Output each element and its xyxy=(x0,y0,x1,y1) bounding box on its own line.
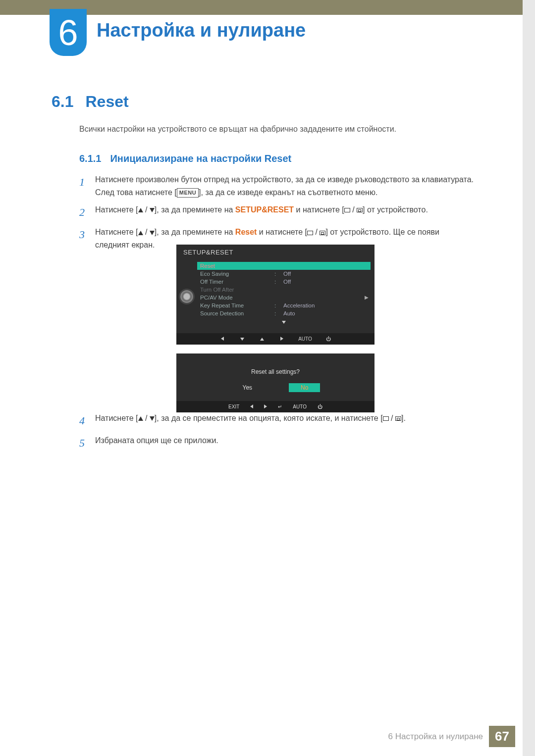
steps-upper: 1 Натиснете произволен бутон отпред на у… xyxy=(79,173,476,256)
osd-sidebar xyxy=(176,260,197,333)
osd-footer: EXIT ↵ AUTO ⏻ xyxy=(176,401,374,412)
exit-label: EXIT xyxy=(228,404,239,409)
osd-menu-list: Reset Eco Saving:Off Off Timer:Off Turn … xyxy=(197,260,374,333)
triangle-up-icon xyxy=(138,416,143,421)
steps-lower: 4 Натиснете [ / ], за да се преместите н… xyxy=(79,412,476,456)
nav-left-icon xyxy=(250,404,253,409)
auto-label: AUTO xyxy=(298,336,312,342)
nav-down-icon xyxy=(239,336,246,342)
page-number: 67 xyxy=(489,726,515,747)
osd-confirm-dialog: Reset all settings? Yes No EXIT ↵ AUTO ⏻ xyxy=(176,353,374,412)
triangle-down-icon xyxy=(150,208,155,212)
osd-row: Turn Off After xyxy=(200,286,368,294)
highlight-setupreset: SETUP&RESET xyxy=(235,205,294,214)
step-text: Натиснете [ / ], за да преминете на SETU… xyxy=(95,203,428,221)
rect-icon xyxy=(383,416,389,421)
right-accent-bar xyxy=(523,0,535,756)
chapter-badge: 6 xyxy=(50,9,87,56)
section-title: Reset xyxy=(85,93,128,111)
subsection-heading: 6.1.1 Инициализиране на настройки Reset xyxy=(79,153,291,164)
menu-button-label: MENU xyxy=(177,188,199,198)
triangle-down-icon xyxy=(150,416,155,421)
osd-row: Source Detection:Auto xyxy=(200,309,368,317)
nav-left-icon xyxy=(219,336,226,342)
osd-screenshots: SETUP&RESET Reset Eco Saving:Off Off Tim… xyxy=(176,245,374,412)
gear-icon xyxy=(180,290,193,303)
triangle-up-icon xyxy=(138,231,143,235)
osd-row: Eco Saving:Off xyxy=(200,270,368,278)
step-number: 4 xyxy=(79,412,87,429)
rect-icon xyxy=(344,208,350,212)
step-5: 5 Избраната опция ще се приложи. xyxy=(79,434,476,452)
step-1: 1 Натиснете произволен бутон отпред на у… xyxy=(79,173,476,199)
intro-text: Всички настройки на устройството се връщ… xyxy=(79,125,396,134)
confirm-question: Reset all settings? xyxy=(176,363,374,383)
nav-up-icon xyxy=(259,336,266,342)
step-number: 5 xyxy=(79,434,87,452)
enter-icon: ↵ xyxy=(278,404,282,409)
step-2: 2 Натиснете [ / ], за да преминете на SE… xyxy=(79,203,476,221)
confirm-options: Yes No xyxy=(176,383,374,401)
enter-icon xyxy=(320,231,325,235)
enter-icon xyxy=(395,416,401,421)
osd-row-reset: Reset xyxy=(197,262,371,270)
page-footer: 6 Настройка и нулиране 67 xyxy=(388,726,515,747)
osd-row: PC/AV Mode▶ xyxy=(200,294,368,302)
osd-title: SETUP&RESET xyxy=(176,245,374,260)
chevron-right-icon: ▶ xyxy=(365,295,369,300)
option-no: No xyxy=(289,383,320,392)
osd-footer: AUTO ⏻ xyxy=(176,333,374,345)
highlight-reset: Reset xyxy=(235,228,257,236)
rect-icon xyxy=(307,231,313,235)
step-text: Натиснете [ / ], за да се преместите на … xyxy=(95,412,406,429)
chapter-number: 6 xyxy=(58,12,78,53)
auto-label: AUTO xyxy=(293,404,307,409)
step-number: 2 xyxy=(79,203,87,221)
nav-right-icon xyxy=(264,404,267,409)
step-number: 1 xyxy=(79,173,87,199)
power-icon: ⏻ xyxy=(318,404,322,409)
nav-right-icon xyxy=(278,336,285,342)
step-text: Натиснете произволен бутон отпред на уст… xyxy=(95,173,476,199)
osd-row: Off Timer:Off xyxy=(200,278,368,286)
step-4: 4 Натиснете [ / ], за да се преместите н… xyxy=(79,412,476,429)
triangle-down-icon xyxy=(150,231,155,235)
power-icon: ⏻ xyxy=(325,336,332,342)
scroll-down-icon xyxy=(200,317,368,328)
chapter-title: Настройка и нулиране xyxy=(97,20,306,41)
option-yes: Yes xyxy=(231,383,265,392)
osd-row: Key Repeat Time:Acceleration xyxy=(200,302,368,309)
section-number: 6.1 xyxy=(52,93,73,111)
section-heading: 6.1 Reset xyxy=(52,93,129,111)
step-number: 3 xyxy=(79,226,87,251)
subsection-title: Инициализиране на настройки Reset xyxy=(110,153,291,164)
triangle-up-icon xyxy=(138,208,143,212)
osd-setup-reset: SETUP&RESET Reset Eco Saving:Off Off Tim… xyxy=(176,245,374,345)
footer-chapter-text: 6 Настройка и нулиране xyxy=(388,732,483,742)
enter-icon xyxy=(357,208,363,212)
subsection-number: 6.1.1 xyxy=(79,153,101,164)
step-text: Избраната опция ще се приложи. xyxy=(95,434,218,452)
